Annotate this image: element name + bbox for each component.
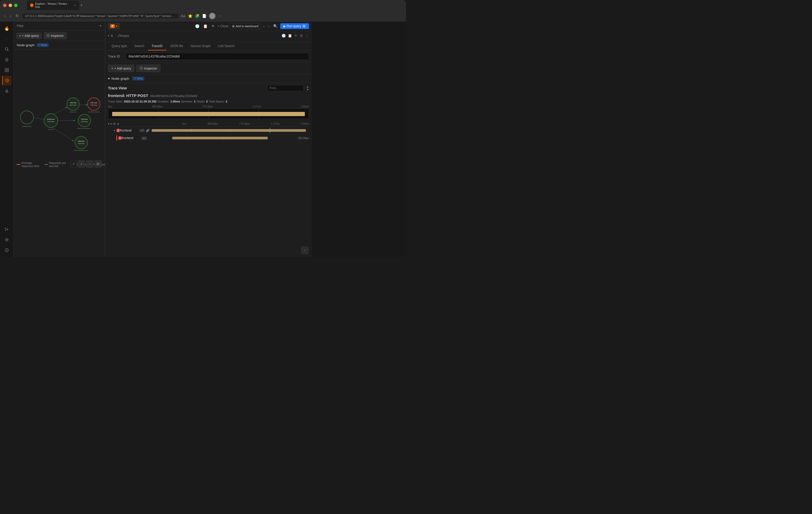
datasource-button[interactable]: T ▾ (108, 23, 120, 29)
svg-point-31 (88, 98, 100, 110)
sidebar-explore-icon[interactable] (2, 76, 11, 85)
add-filter-button[interactable]: + (99, 24, 102, 28)
add-dashboard-button[interactable]: ⊞ Add to dashboard (230, 23, 261, 29)
scroll-top-button[interactable]: ↑ (301, 247, 309, 254)
maximize-button[interactable] (14, 4, 18, 7)
zoom-out-time-button[interactable]: 🔍 (272, 23, 279, 29)
menu-button[interactable]: ⋯ (218, 14, 222, 18)
close-button[interactable]: × Close (218, 24, 229, 28)
svg-line-1 (7, 50, 8, 51)
bookmark-button[interactable]: ⭐ (188, 14, 193, 18)
svg-rect-5 (5, 70, 6, 72)
add-dashboard-label: Add to dashboard (236, 25, 258, 28)
collapse-icon[interactable]: ▾ (108, 34, 109, 37)
back-button[interactable]: ‹ (3, 12, 6, 19)
sidebar-alerting-icon[interactable] (2, 86, 11, 96)
ngr-shield-icon: 🛡 (134, 77, 137, 80)
span-link-icon-1[interactable]: 🔗 (146, 129, 149, 132)
sidebar-dashboards-icon[interactable] (2, 65, 11, 75)
reader-mode-button[interactable]: Aa (181, 14, 185, 18)
sidebar-help-icon[interactable]: ? (2, 246, 11, 255)
svg-point-8 (6, 80, 7, 81)
tab-loki-search[interactable]: Loki Search (214, 42, 238, 51)
pause-btn[interactable]: ⏸ (117, 122, 119, 125)
query-copy-btn[interactable]: 📋 (287, 33, 293, 38)
span-bar-1 (152, 129, 306, 132)
reload-button[interactable]: ↻ (14, 12, 20, 19)
trace-id-display: 66e3487af2411437f6ca9ac1f234db8 (150, 94, 197, 97)
forward-button[interactable]: › (9, 12, 12, 19)
expand-all-btn[interactable]: ▾ (108, 122, 110, 125)
sidebar-starred-icon[interactable] (2, 55, 11, 64)
ngr-beta-badge: 🛡 Beta (132, 77, 144, 81)
extensions-button[interactable]: 🧩 (195, 14, 200, 18)
address-bar[interactable]: 127.0.0.1:3000/explore?orgId=1&left=%7B"… (22, 13, 179, 19)
sidebar-logout-icon[interactable] (2, 225, 11, 234)
query-history-btn[interactable]: 🕐 (281, 33, 286, 38)
sidebar-grafana-logo[interactable]: 🔥 (2, 24, 11, 33)
svg-text:24.84 ms/r: 24.84 ms/r (47, 118, 55, 120)
trace-find-input[interactable] (267, 85, 304, 91)
add-query-btn[interactable]: + + Add query (108, 64, 134, 72)
services-label: Services: (181, 100, 193, 103)
trace-id-label: Trace ID (108, 55, 124, 58)
span-bar-area-2 (150, 136, 297, 141)
tab-service-graph[interactable]: Service Graph (187, 42, 214, 51)
beta-label: Beta (41, 44, 47, 47)
view-button[interactable]: 👁 (210, 23, 216, 29)
span-toggle-btn[interactable]: ▾ (112, 128, 116, 133)
tab-close-button[interactable]: × (75, 4, 76, 7)
trace-view-section[interactable]: Trace View ▲ ▼ frontend: HTTP POST 66e34… (105, 83, 312, 257)
query-icons: 🕐 📋 👁 🗑 ⋮ (281, 33, 309, 38)
svg-rect-3 (5, 68, 6, 70)
find-down-button[interactable]: ▼ (307, 88, 309, 91)
marker-3: 1.17ms (252, 105, 261, 108)
tab-json-file[interactable]: JSON file (166, 42, 187, 51)
sidebar-settings-icon[interactable] (2, 235, 11, 245)
run-query-button[interactable]: ▶ Run query ▾ (280, 23, 309, 29)
svg-text:0.00 r/sec: 0.00 r/sec (90, 104, 97, 106)
history-button[interactable]: 🕐 (194, 23, 201, 29)
browser-tab[interactable]: Explore - Tempo | Tempo - Gra × (27, 1, 79, 10)
spans-header-left: ▾ ▸ ⊞ ⏸ (108, 122, 181, 125)
collapse-btn[interactable]: ▸ (111, 122, 112, 125)
ngr-header[interactable]: ▾ Node graph 🛡 Beta (105, 75, 312, 83)
sidebar-collapse-btn[interactable]: › (2, 34, 11, 44)
query-delete-btn[interactable]: 🗑 (299, 33, 303, 38)
zoom-in-button[interactable]: + (78, 160, 85, 168)
zoom-out-button[interactable]: − (86, 160, 93, 168)
query-visibility-btn[interactable]: 👁 (294, 33, 298, 38)
new-tab-button[interactable]: + (80, 3, 83, 7)
close-button[interactable] (3, 4, 6, 7)
find-up-button[interactable]: ▲ (307, 85, 309, 88)
trace-info: Trace Start: 2022-10-10 21:39:16.392 Dur… (108, 100, 309, 103)
add-query-button[interactable]: + + Add query (16, 33, 41, 39)
query-more-btn[interactable]: ⋮ (304, 33, 309, 38)
node-graph-title: Node graph (17, 43, 34, 47)
rotate-btn[interactable]: ↺ (70, 160, 77, 168)
ngr-title: Node graph (111, 77, 129, 81)
tab-search[interactable]: Search (131, 42, 148, 51)
expand-children-btn[interactable]: ⊞ (113, 122, 116, 125)
trace-id-input[interactable] (126, 53, 309, 60)
bookmark-list-button[interactable]: 📑 (202, 14, 206, 18)
sidebar-search-icon[interactable] (2, 45, 11, 54)
tab-traceid[interactable]: TraceID (148, 42, 166, 51)
tab-query-type[interactable]: Query type (108, 42, 131, 51)
user-avatar[interactable] (209, 13, 215, 19)
svg-point-12 (6, 239, 7, 240)
run-query-dropdown[interactable]: ▾ (302, 24, 306, 28)
grid-icon: ⊞ (232, 25, 234, 28)
span-row-frontend-http[interactable]: ▾ ! frontend HT 🔗 (108, 127, 309, 134)
inspector-btn[interactable]: ⓘ Inspector (137, 64, 160, 72)
layout-button[interactable]: ⊞ (94, 160, 102, 168)
minimize-button[interactable] (9, 4, 12, 7)
marker-0: 0µs (108, 105, 112, 108)
nav-right-button[interactable]: › (267, 23, 270, 29)
nav-left-button[interactable]: ‹ (262, 23, 266, 29)
inspector-button-left[interactable]: ⓘ Inspector (44, 32, 66, 39)
copy-url-button[interactable]: 📋 (202, 23, 209, 29)
svg-text:0.00 r/sec: 0.00 r/sec (47, 121, 54, 122)
span-type-1: HT (139, 129, 145, 132)
span-row-frontend-grpc[interactable]: ! frontend grp 952.58µs (108, 134, 309, 142)
